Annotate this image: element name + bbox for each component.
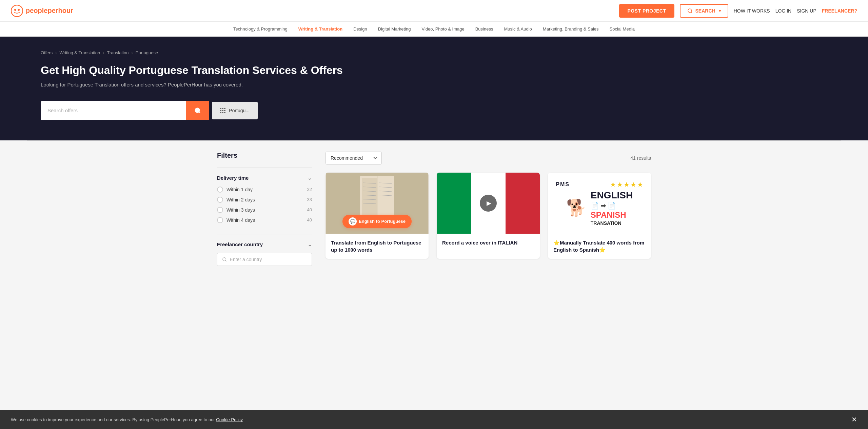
star-2: ★ [617, 180, 623, 189]
card-3-image: PMS ★ ★ ★ ★ ★ 🐕 ENGLISH [548, 173, 651, 234]
svg-point-5 [223, 257, 226, 261]
breadcrumb-writing[interactable]: Writing & Translation [60, 50, 100, 55]
logo-icon [11, 5, 23, 17]
card-1-badge: English to Portuguese [342, 215, 412, 228]
freelancer-link[interactable]: FREELANCER? [822, 8, 857, 14]
filter-text-3days: Within 3 days [226, 207, 255, 213]
filters-title: Filters [217, 152, 312, 159]
breadcrumb-current: Portuguese [136, 50, 158, 55]
country-search-input[interactable] [230, 257, 307, 262]
card-3-text-col: ENGLISH 📄 ➡ 📄 SPANISH TRANSATION [591, 190, 633, 226]
cat-nav-item-business[interactable]: Business [475, 26, 493, 32]
search-bar: Portugu... [41, 101, 258, 120]
card-3-content: 🐕 ENGLISH 📄 ➡ 📄 SPANISH TRANSATION [566, 190, 633, 226]
results-count: 41 results [630, 155, 651, 161]
flag-red [506, 173, 540, 234]
svg-point-4 [195, 108, 200, 112]
search-submit-button[interactable] [186, 101, 209, 120]
svg-point-0 [11, 5, 23, 17]
search-icon [687, 8, 693, 14]
results-header: Recommended Price: Low to High Price: Hi… [326, 152, 651, 164]
radio-3days[interactable] [217, 207, 223, 213]
sort-select[interactable]: Recommended Price: Low to High Price: Hi… [326, 152, 382, 164]
breadcrumb-translation[interactable]: Translation [107, 50, 129, 55]
radio-1day[interactable] [217, 187, 223, 193]
country-filter-header[interactable]: Freelancer country ⌄ [217, 241, 312, 248]
svg-point-3 [688, 9, 692, 13]
card-3-top-row: PMS ★ ★ ★ ★ ★ [553, 180, 646, 189]
svg-point-2 [18, 9, 20, 11]
filter-option-3days: Within 3 days 40 [217, 207, 312, 213]
country-search-icon [222, 257, 227, 262]
cat-nav-item-video[interactable]: Video, Photo & Image [421, 26, 464, 32]
card-1-badge-text: English to Portuguese [359, 219, 406, 224]
main-content: Filters Delivery time ⌄ Within 1 day 22 … [190, 141, 678, 284]
search-input[interactable] [41, 101, 186, 119]
card-2-image [437, 173, 540, 234]
search-input-wrap [41, 101, 209, 120]
logo-text: peopleperhour [26, 7, 73, 15]
card-1-body: Translate from English to Portuguese up … [326, 234, 429, 259]
filter-count-1day: 22 [307, 187, 312, 192]
category-nav: Technology & Programming Writing & Trans… [0, 22, 868, 37]
hero-subtitle: Looking for Portuguese Translation offer… [41, 82, 827, 87]
filter-text-4days: Within 4 days [226, 217, 255, 223]
cat-nav-item-marketing[interactable]: Marketing, Branding & Sales [543, 26, 599, 32]
header: peopleperhour POST PROJECT SEARCH ▾ HOW … [0, 0, 868, 22]
country-chevron-icon: ⌄ [308, 241, 312, 248]
breadcrumb-offers[interactable]: Offers [41, 50, 53, 55]
arrow-icon: ➡ [600, 201, 606, 210]
filter-option-2days: Within 2 days 33 [217, 197, 312, 203]
filter-option-4days: Within 4 days 40 [217, 217, 312, 223]
doc-icon: 📄 [591, 201, 599, 210]
cat-nav-item-writing[interactable]: Writing & Translation [298, 26, 343, 32]
filter-count-2days: 33 [307, 197, 312, 202]
filter-text-2days: Within 2 days [226, 197, 255, 202]
doc-icon-2: 📄 [608, 201, 616, 210]
country-search-wrap [217, 253, 312, 266]
flag-green [437, 173, 471, 234]
play-button[interactable] [480, 195, 497, 212]
card-1[interactable]: English to Portuguese Translate from Eng… [326, 173, 429, 259]
filter-label-2days[interactable]: Within 2 days [217, 197, 255, 203]
radio-2days[interactable] [217, 197, 223, 203]
grid-icon [220, 108, 225, 113]
filter-label-3days[interactable]: Within 3 days [217, 207, 255, 213]
delivery-time-header[interactable]: Delivery time ⌄ [217, 175, 312, 181]
how-it-works-link[interactable]: HOW IT WORKS [734, 8, 770, 14]
logo[interactable]: peopleperhour [11, 5, 73, 17]
card-3[interactable]: PMS ★ ★ ★ ★ ★ 🐕 ENGLISH [548, 173, 651, 259]
log-in-link[interactable]: LOG IN [775, 8, 791, 14]
sign-up-link[interactable]: SIGN UP [797, 8, 816, 14]
cat-nav-item-design[interactable]: Design [353, 26, 367, 32]
filter-option-1day: Within 1 day 22 [217, 187, 312, 193]
star-5: ★ [637, 180, 643, 189]
cat-nav-item-tech[interactable]: Technology & Programming [233, 26, 288, 32]
star-3: ★ [624, 180, 630, 189]
filter-label-4days[interactable]: Within 4 days [217, 217, 255, 223]
country-filter-label: Freelancer country [217, 241, 263, 247]
post-project-button[interactable]: POST PROJECT [619, 4, 674, 18]
hero-title: Get High Quality Portuguese Translation … [41, 63, 827, 78]
filter-label-1day[interactable]: Within 1 day [217, 187, 253, 193]
radio-4days[interactable] [217, 217, 223, 223]
cards-grid: English to Portuguese Translate from Eng… [326, 173, 651, 259]
cat-nav-item-music[interactable]: Music & Audio [504, 26, 532, 32]
results-area: Recommended Price: Low to High Price: Hi… [326, 152, 651, 273]
search-submit-icon [194, 107, 201, 114]
delivery-time-filter: Delivery time ⌄ Within 1 day 22 Within 2… [217, 168, 312, 234]
card-3-arrows: 📄 ➡ 📄 [591, 201, 616, 210]
search-button[interactable]: SEARCH ▾ [680, 4, 728, 18]
star-4: ★ [630, 180, 636, 189]
category-filter-button[interactable]: Portugu... [212, 102, 258, 119]
cat-nav-item-social[interactable]: Social Media [610, 26, 635, 32]
chat-bubble-icon [349, 217, 357, 226]
card-2-body: Record a voice over in ITALIAN [437, 234, 540, 252]
header-actions: POST PROJECT SEARCH ▾ HOW IT WORKS LOG I… [619, 4, 857, 18]
dog-icon: 🐕 [566, 200, 587, 216]
card-3-title: ⭐Manually Translate 400 words from Engli… [553, 239, 646, 253]
card-2[interactable]: Record a voice over in ITALIAN [437, 173, 540, 259]
card-2-title: Record a voice over in ITALIAN [442, 239, 534, 246]
cat-nav-item-digital[interactable]: Digital Marketing [378, 26, 411, 32]
country-filter: Freelancer country ⌄ [217, 234, 312, 273]
